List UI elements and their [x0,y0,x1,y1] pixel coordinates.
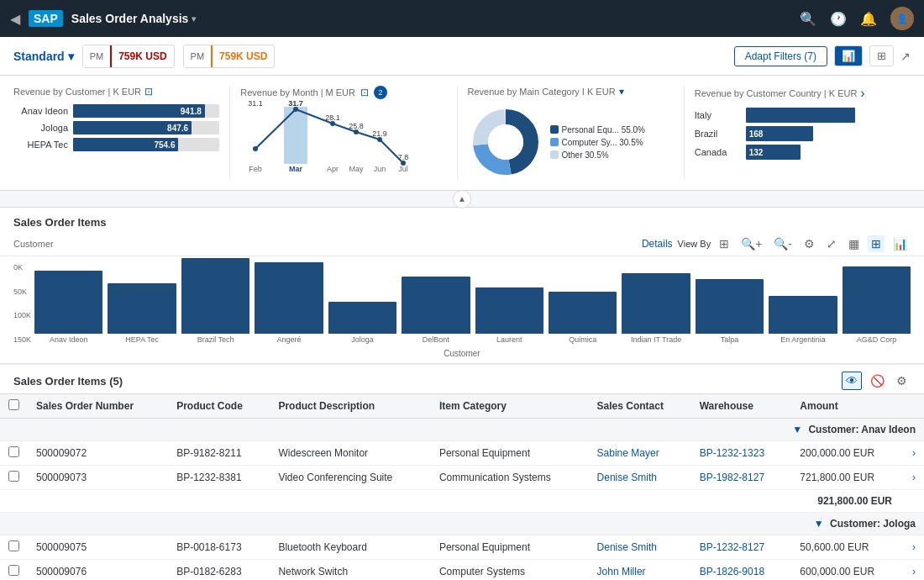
main-content: Revenue by Customer | K EUR ⊡ Anav Ideon… [0,76,924,580]
row-arrow[interactable]: › [912,447,916,459]
table-row: 500009072 BP-9182-8211 Widescreen Monito… [0,441,924,466]
row-checkbox[interactable] [8,471,19,482]
sales-items-toolbar: Customer Details View By ⊞ 🔍+ 🔍- ⚙ ⤢ ▦ ⊞… [0,232,924,256]
kpi-chip-1: PM 759K USD [82,45,175,68]
kpi-chip-2: PM 759K USD [183,45,276,68]
toolbar: Standard ▾ PM 759K USD PM 759K USD Adapt… [0,37,924,76]
visibility-off-icon[interactable]: 🚫 [867,372,888,390]
avatar[interactable]: 👤 [890,7,914,30]
col-order-number: Sales Order Number [28,394,168,419]
chart-x-label: Customer [13,347,911,363]
revenue-customer-chart: Anav Ideon 941.8 Jologa 847.6 HEPA Tec 7… [13,104,219,151]
svg-text:25.8: 25.8 [349,122,364,130]
fullscreen-icon[interactable]: ⤢ [823,235,840,252]
chart-view-button[interactable]: 📊 [834,45,863,66]
svg-text:28.1: 28.1 [325,113,340,122]
product-code: BP-9182-8211 [168,441,270,466]
group-chevron-1[interactable]: ▼ [792,424,802,435]
col-item-category: Item Category [431,394,589,419]
zoom-out-icon[interactable]: 🔍- [770,235,795,252]
svg-point-1 [253,146,258,151]
details-button[interactable]: Details [642,238,673,250]
adapt-filters-button[interactable]: Adapt Filters (7) [734,46,827,66]
sales-order-table: Sales Order Number Product Code Product … [0,393,924,580]
row-checkbox[interactable] [8,565,19,576]
sap-logo: SAP [29,10,63,27]
customer-bar-chart-section: 150K100K50K0K Anav Ideon HEPA Tec Brazil… [0,256,924,364]
view-table-icon[interactable]: ⊞ [716,235,732,252]
search-icon-button[interactable]: 🔍 [800,11,816,27]
col-product-code: Product Code [168,394,270,419]
table-settings-icon[interactable]: ⚙ [893,372,911,390]
row-checkbox[interactable] [8,540,19,551]
item-category: Computer Systems [431,560,589,581]
zoom-in-icon[interactable]: 🔍+ [738,235,765,252]
amount: 50,600.00 EUR [791,535,904,560]
revenue-customer-panel: Revenue by Customer | K EUR ⊡ Anav Ideon… [13,86,230,180]
item-category: Communication Systems [431,466,589,490]
product-code: BP-0182-6283 [168,560,270,581]
item-category: Personal Equipment [431,535,589,560]
group-total-row-1: 921,800.00 EUR [0,490,924,513]
app-title: Sales Order Analysis ▾ [71,12,197,25]
donut-chart [468,104,543,180]
variant-selector[interactable]: Standard ▾ [13,50,74,63]
charts-section: Revenue by Customer | K EUR ⊡ Anav Ideon… [0,76,924,191]
product-code: BP-1232-8381 [168,466,270,490]
row-arrow[interactable]: › [912,541,916,553]
svg-text:Jun: Jun [374,165,386,173]
sales-contact: Denise Smith [589,466,691,490]
order-number: 500009076 [28,560,168,581]
col-checkbox [0,394,28,419]
product-description: Network Switch [270,560,431,581]
svg-text:Jul: Jul [398,165,408,173]
order-number: 500009073 [28,466,168,490]
col-warehouse: Warehouse [691,394,792,419]
table-view-button[interactable]: ⊞ [869,45,894,66]
grid2-icon[interactable]: ⊞ [868,235,885,252]
svg-text:May: May [349,165,365,173]
visibility-on-icon[interactable]: 👁 [842,372,862,390]
order-number: 500009075 [28,535,168,560]
share-button[interactable]: ↗ [900,50,911,63]
clock-icon-button[interactable]: 🕐 [830,11,847,27]
country-chart: Italy Brazil 168 Canada 132 [695,108,900,160]
warehouse: BP-1982-8127 [691,466,792,490]
sales-contact: Denise Smith [589,535,691,560]
svg-text:Apr: Apr [327,165,339,173]
revenue-month-expand[interactable]: ⊡ [360,87,369,98]
svg-text:31.1: 31.1 [248,99,263,108]
app-title-chevron: ▾ [192,14,196,24]
warehouse: BP-1232-1323 [691,441,792,466]
item-category: Personal Equipment [431,441,589,466]
nav-back-button[interactable]: ◀ [10,11,20,27]
group-chevron-2[interactable]: ▼ [814,518,824,530]
svg-point-22 [488,124,523,160]
revenue-month-chart: 31.1 31.7 28.1 25.8 21.9 7.8 Feb Mar Apr… [240,103,408,174]
row-arrow[interactable]: › [912,472,916,483]
row-arrow[interactable]: › [912,566,916,577]
order-number: 500009072 [28,441,168,466]
col-sales-contact: Sales Contact [589,394,691,419]
table-container: Sales Order Number Product Code Product … [0,393,924,580]
product-description: Video Conferencing Suite [270,466,431,490]
bell-icon-button[interactable]: 🔔 [860,11,877,27]
settings-icon[interactable]: ⚙ [801,235,818,252]
top-bar: ◀ SAP Sales Order Analysis ▾ 🔍 🕐 🔔 👤 [0,0,924,37]
svg-text:7.8: 7.8 [398,153,409,161]
product-description: Bluetooth Keyboard [270,535,431,560]
revenue-category-expand[interactable]: ▾ [619,86,624,98]
select-all-checkbox[interactable] [8,399,19,410]
revenue-customer-expand[interactable]: ⊡ [144,86,153,98]
group-row-anav-ideon: ▼ Customer: Anav Ideon [0,419,924,441]
revenue-country-next[interactable]: › [860,86,864,101]
row-checkbox[interactable] [8,446,19,457]
bar-chart-icon[interactable]: 📊 [890,235,911,252]
col-amount: Amount [791,394,904,419]
col-product-description: Product Description [270,394,431,419]
amount: 200,000.00 EUR [791,441,904,466]
grid1-icon[interactable]: ▦ [845,235,863,252]
collapse-bar: ▲ [0,191,924,208]
collapse-button[interactable]: ▲ [453,190,471,208]
svg-text:31.7: 31.7 [288,99,303,108]
